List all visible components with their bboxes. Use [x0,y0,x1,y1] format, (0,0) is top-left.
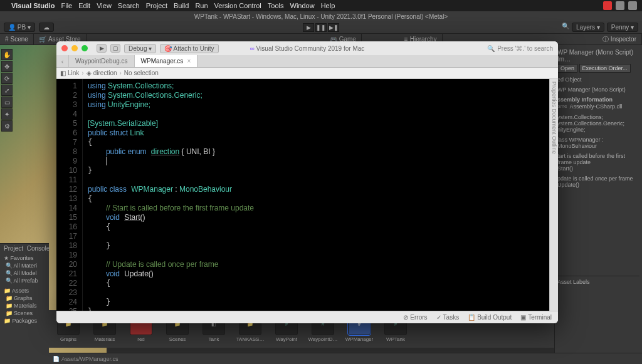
line-gutter: 1234567891011121314151617181920212223242… [56,79,83,311]
inspector-panel: WP Manager (Mono Script) Im… Open Execut… [554,45,642,364]
fav-item[interactable]: 🔍 All Prefab [3,277,46,284]
account-dropdown[interactable]: 👤 PB ▾ [4,23,35,32]
move-tool[interactable]: ✥ [1,61,13,72]
custom-tool[interactable]: ⚙ [1,120,13,132]
imported-object-label: ed Object [557,76,639,83]
pause-button[interactable]: ❚❚ [315,23,327,32]
assets-root[interactable]: 📁 Assets [3,287,46,294]
vs-titlebar[interactable]: ▶ ▢ Debug ▾ 🎯 Attach to Unity ∞ Visual S… [56,41,558,55]
crumb-item[interactable]: ◈ direction [87,70,117,76]
unity-title-text: WPTank - WPAStart - Windows, Mac, Linux … [194,13,448,20]
execution-order-button[interactable]: Execution Order... [579,64,631,73]
errors-pad-button[interactable]: ⊘Errors [403,314,427,321]
menu-search[interactable]: Search [118,2,140,9]
vs-breadcrumb[interactable]: ◧ Link› ◈ direction› No selection [56,68,558,79]
close-tab-icon[interactable]: × [187,58,191,65]
menu-vcs[interactable]: Version Control [214,2,261,9]
layers-dropdown[interactable]: Layers ▾ [572,23,604,32]
run-button[interactable]: ▶ [97,44,107,53]
rotate-tool[interactable]: ⟳ [1,73,13,84]
window-close-icon[interactable] [61,45,68,51]
nav-back-button[interactable]: ‹ [56,55,69,67]
menu-window[interactable]: Window [290,2,315,9]
console-tab[interactable]: Console [27,245,50,252]
scale-tool[interactable]: ⤢ [1,85,13,96]
play-button[interactable]: ▶ [303,23,314,32]
fav-item[interactable]: 🔍 All Model [3,269,46,277]
project-panel: Project Console ★ Favorites 🔍 All Materi… [0,243,49,364]
build-output-button[interactable]: 📋Build Output [468,314,512,321]
menu-edit[interactable]: Edit [78,2,90,9]
unity-window-title: WPTank - WPAStart - Windows, Mac, Linux … [0,11,642,21]
unity-toolbar: 👤 PB ▾ ☁ ▶ ❚❚ ▶❚ 🔍 Layers ▾ Penny ▾ [0,21,642,34]
asset-folder[interactable]: 📁 Scenes [3,309,46,317]
vs-status-bar: ⊘Errors ✓Tasks 📋Build Output ▣Terminal [56,311,558,323]
open-button[interactable]: Open [557,64,577,73]
menu-tools[interactable]: Tools [268,2,284,9]
tasks-pad-button[interactable]: ✓Tasks [436,314,460,321]
debug-config-dropdown[interactable]: Debug ▾ [124,44,156,53]
cloud-button[interactable]: ☁ [39,23,54,32]
asset-folder[interactable]: 📁 Graphs [3,294,46,302]
inspector-header: WP Manager (Mono Script) Im… [557,48,639,64]
vs-side-tabs[interactable]: Properties Document Outline [549,79,558,311]
menu-help[interactable]: Help [321,2,335,9]
folder-icon: 📄 [53,356,60,362]
menu-project[interactable]: Project [146,2,167,9]
script-name: WP Manager (Mono Script) [557,86,639,93]
asset-path-bar: 📄Assets/WPManager.cs [49,353,642,364]
status-icon-2[interactable] [628,1,637,10]
mac-menubar: Visual Studio File Edit View Search Proj… [0,0,642,11]
vs-file-tabs: ‹ WaypointDebug.cs WPManager.cs× [56,55,558,68]
code-editor[interactable]: using System.Collections; using System.C… [83,79,550,311]
step-button[interactable]: ▶❚ [328,23,339,32]
packages-root[interactable]: 📁 Packages [3,317,46,325]
vs-search[interactable]: 🔍 Press '⌘.' to search [487,45,553,52]
search-icon[interactable]: 🔍 [562,23,569,32]
vs-title: ∞ Visual Studio Community 2019 for Mac [250,45,365,52]
asset-labels-header: Asset Labels [557,276,639,285]
favorites-header[interactable]: ★ Favorites [3,254,46,262]
menu-file[interactable]: File [61,2,72,9]
rect-tool[interactable]: ▭ [1,96,13,108]
transform-tool[interactable]: ✦ [1,108,13,120]
tab-inspector[interactable]: ⓘ Inspector [597,34,642,44]
window-zoom-icon[interactable] [82,45,88,51]
attach-target-dropdown[interactable]: 🎯 Attach to Unity [160,44,218,53]
terminal-pad-button[interactable]: ▣Terminal [520,314,552,321]
fav-item[interactable]: 🔍 All Materi [3,262,46,269]
hand-tool[interactable]: ✋ [1,49,13,60]
file-tab[interactable]: WaypointDebug.cs [69,55,135,67]
menu-view[interactable]: View [97,2,112,9]
window-minimize-icon[interactable] [71,45,78,51]
tab-scene[interactable]: # Scene [0,34,34,44]
project-tab[interactable]: Project [4,245,23,252]
layout-dropdown[interactable]: Penny ▾ [607,23,638,32]
menu-run[interactable]: Run [195,2,208,9]
config-button[interactable]: ▢ [110,44,120,53]
file-tab-active[interactable]: WPManager.cs× [135,55,198,67]
crumb-item[interactable]: ◧ Link [60,70,79,76]
menu-build[interactable]: Build [174,2,189,9]
asset-folder[interactable]: 📁 Materials [3,302,46,309]
vs-window: ▶ ▢ Debug ▾ 🎯 Attach to Unity ∞ Visual S… [56,41,558,323]
crumb-item[interactable]: No selection [124,70,159,76]
assembly-info-header: ssembly Information [557,96,639,103]
menubar-app[interactable]: Visual Studio [11,2,55,9]
status-icon[interactable] [616,1,624,10]
status-red-icon[interactable] [603,1,612,10]
